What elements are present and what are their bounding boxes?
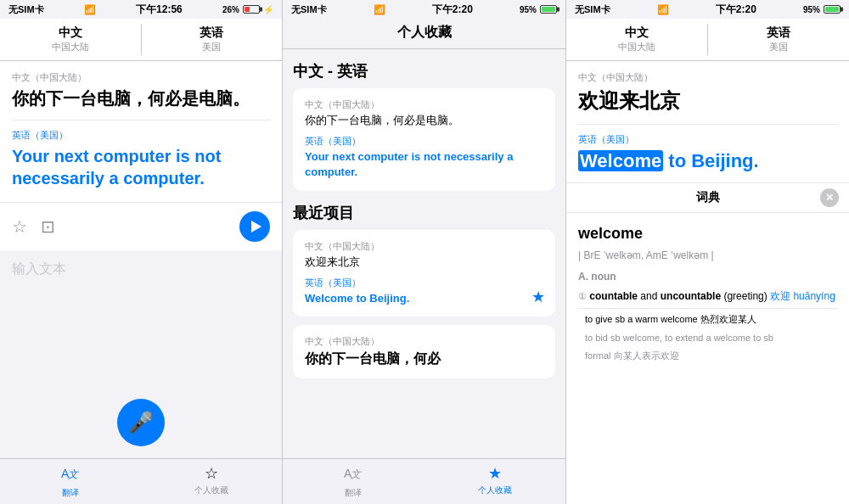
dict-bullet2b: formal 向某人表示欢迎	[578, 349, 837, 364]
mid-recent0-source-text: 欢迎来北京	[305, 255, 543, 270]
left-target-lang-region: 美国	[145, 41, 279, 53]
left-time: 下午12:56	[136, 3, 183, 17]
mid-status-icons: 95%	[520, 5, 557, 14]
dict-header: 词典 ✕	[566, 183, 849, 213]
mid-title: 个人收藏	[397, 25, 452, 39]
mid-recent0-target-text: Welcome to Beijing.	[305, 291, 543, 306]
mid-time: 下午2:20	[432, 3, 473, 17]
left-target-label: 英语（美国）	[12, 129, 270, 142]
mid-fav-source-text: 你的下一台电脑，何必是电脑。	[305, 113, 543, 128]
mid-battery-icon	[540, 5, 557, 14]
mid-recent0-target-lang: 英语（美国）	[305, 277, 543, 289]
left-battery-pct: 26%	[222, 5, 239, 14]
mid-fav-target-lang: 英语（美国）	[305, 135, 543, 148]
dict-bullet2: to bid sb welcome, to extend a welcome t…	[578, 331, 837, 346]
dict-def1: ① countable and uncountable (greeting) 欢…	[578, 288, 837, 305]
left-lang-target-btn[interactable]: 英语 美国	[142, 19, 283, 60]
right-target-text-after: to Beijing.	[663, 150, 758, 171]
left-source-label: 中文（中国大陆）	[12, 71, 270, 84]
right-lang-source-btn[interactable]: 中文 中国大陆	[566, 19, 707, 60]
left-nav-translate[interactable]: A 文 翻译	[0, 464, 141, 499]
left-phone-panel: 无SIM卡 📶 下午12:56 26% ⚡ 中文 中国大陆 英语 美国 中文（中…	[0, 0, 283, 504]
left-lang-row: 中文 中国大陆 英语 美国	[0, 19, 282, 61]
left-charging-icon: ⚡	[263, 5, 273, 14]
mid-favorites-title: 中文 - 英语	[293, 61, 555, 81]
right-highlighted-word: Welcome	[578, 150, 663, 171]
left-input-section[interactable]: 输入文本	[0, 250, 282, 391]
mid-recent0-star-icon[interactable]: ★	[531, 288, 545, 306]
right-phone-panel: 无SIM卡 📶 下午2:20 95% 中文 中国大陆 英语 美国 中文（中国大陆…	[566, 0, 849, 504]
mid-nav-translate[interactable]: A 文 翻译	[283, 464, 424, 499]
left-source-lang-name: 中文	[3, 25, 138, 41]
mid-recent1-source-lang: 中文（中国大陆）	[305, 335, 543, 348]
dict-def1-num: ①	[578, 291, 587, 301]
right-wifi-icon: 📶	[657, 4, 669, 15]
right-battery-pct: 95%	[803, 5, 820, 14]
right-target-lang-region: 美国	[711, 41, 846, 53]
left-target-lang-name: 英语	[145, 25, 279, 41]
left-status-bar: 无SIM卡 📶 下午12:56 26% ⚡	[0, 0, 282, 19]
left-source-lang-region: 中国大陆	[3, 41, 138, 53]
left-favorites-icon: ☆	[205, 464, 218, 483]
mid-recent-card-0[interactable]: 中文（中国大陆） 欢迎来北京 英语（美国） Welcome to Beijing…	[293, 230, 555, 316]
mid-bottom-nav: A 文 翻译 ★ 个人收藏	[283, 458, 565, 504]
left-device-icon[interactable]: ⊡	[41, 216, 55, 237]
right-divider	[578, 124, 837, 125]
right-lang-target-btn[interactable]: 英语 美国	[708, 19, 849, 60]
right-time: 下午2:20	[716, 3, 756, 17]
mid-recent1-source-text: 你的下一台电脑，何必	[305, 350, 543, 368]
right-source-label: 中文（中国大陆）	[578, 71, 837, 84]
left-source-text: 你的下一台电脑，何必是电脑。	[12, 87, 270, 109]
right-lang-row: 中文 中国大陆 英语 美国	[566, 19, 849, 61]
mid-recent-card-1[interactable]: 中文（中国大陆） 你的下一台电脑，何必	[293, 325, 555, 378]
left-battery-icon	[243, 5, 260, 14]
left-nav-favorites-label: 个人收藏	[194, 484, 228, 496]
right-target-text: Welcome to Beijing.	[578, 149, 837, 174]
mid-wifi-icon: 📶	[374, 4, 385, 15]
left-translation-area: 中文（中国大陆） 你的下一台电脑，何必是电脑。 英语（美国） Your next…	[0, 61, 282, 202]
right-translation-area: 中文（中国大陆） 欢迎来北京 英语（美国） Welcome to Beijing…	[566, 61, 849, 182]
left-lang-source-btn[interactable]: 中文 中国大陆	[0, 19, 141, 60]
mid-recent0-source-lang: 中文（中国大陆）	[305, 240, 543, 253]
mid-translate-icon: A 文	[344, 464, 363, 485]
left-mic-area: 🎤	[0, 390, 282, 458]
dict-def1-qualifier: countable and uncountable (greeting)	[589, 290, 770, 302]
dict-title: 词典	[696, 190, 720, 205]
left-nav-translate-label: 翻译	[62, 487, 79, 499]
mid-phone-panel: 无SIM卡 📶 下午2:20 95% 个人收藏 中文 - 英语 中文（中国大陆）…	[283, 0, 566, 504]
right-status-bar: 无SIM卡 📶 下午2:20 95%	[566, 0, 849, 19]
left-target-text: Your next computer is not necessarily a …	[12, 145, 270, 189]
right-top-area: 中文（中国大陆） 欢迎来北京 英语（美国） Welcome to Beijing…	[566, 61, 849, 182]
svg-text:文: 文	[351, 468, 362, 480]
left-wifi-icon: 📶	[84, 4, 96, 15]
left-input-placeholder[interactable]: 输入文本	[12, 261, 66, 276]
left-play-button[interactable]	[239, 211, 270, 242]
mid-nav-favorites-label: 个人收藏	[478, 484, 512, 496]
left-nav-favorites[interactable]: ☆ 个人收藏	[141, 464, 282, 499]
dict-bullet2-text: to bid sb welcome, to extend a welcome t…	[585, 333, 773, 343]
right-battery-fill	[825, 7, 839, 12]
left-mic-button[interactable]: 🎤	[117, 399, 165, 446]
mid-battery-fill	[542, 7, 555, 12]
mid-recent-title: 最近项目	[293, 203, 555, 223]
mid-scroll: 中文 - 英语 中文（中国大陆） 你的下一台电脑，何必是电脑。 英语（美国） Y…	[283, 49, 565, 458]
mid-fav-source-lang: 中文（中国大陆）	[305, 98, 543, 111]
left-star-icon[interactable]: ☆	[12, 216, 27, 237]
mid-fav-target-text: Your next computer is not necessarily a …	[305, 149, 543, 180]
dict-sep	[578, 308, 837, 309]
svg-text:文: 文	[68, 468, 79, 480]
left-carrier: 无SIM卡	[8, 3, 44, 16]
right-target-lang-name: 英语	[711, 25, 846, 41]
dict-content: welcome | BrE ˈwelkəm, AmE ˈwelkəm | A. …	[566, 213, 849, 372]
right-target-label: 英语（美国）	[578, 133, 837, 146]
right-battery-icon	[824, 5, 841, 14]
dict-close-button[interactable]: ✕	[820, 188, 839, 207]
mid-nav-favorites[interactable]: ★ 个人收藏	[424, 464, 566, 499]
dict-panel: 词典 ✕ welcome | BrE ˈwelkəm, AmE ˈwelkəm …	[566, 182, 849, 504]
right-status-icons: 95%	[803, 5, 841, 14]
mid-favorite-card-0[interactable]: 中文（中国大陆） 你的下一台电脑，何必是电脑。 英语（美国） Your next…	[293, 88, 555, 191]
right-source-lang-region: 中国大陆	[570, 41, 704, 53]
left-divider	[12, 120, 270, 120]
mid-nav-translate-label: 翻译	[345, 487, 362, 499]
mid-carrier: 无SIM卡	[291, 3, 327, 16]
